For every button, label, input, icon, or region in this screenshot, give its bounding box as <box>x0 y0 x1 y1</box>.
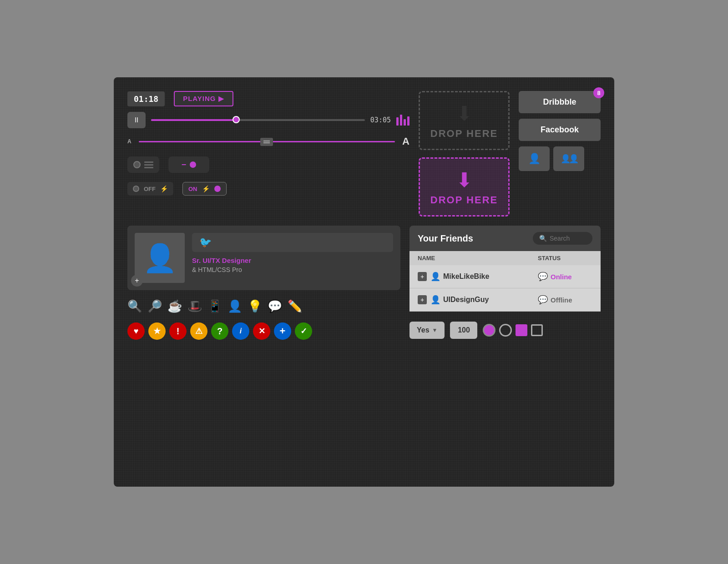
radio-outline[interactable] <box>499 324 512 337</box>
total-time: 03:05 <box>370 116 391 124</box>
person-add-icon[interactable]: 👤 <box>228 299 242 313</box>
friend-row-1: + 👤 UIDesignGuy 💬 Offline <box>410 288 601 312</box>
volume-bars <box>396 115 410 126</box>
hat-icon[interactable]: 🎩 <box>187 299 202 313</box>
playing-button[interactable]: PLAYING ▶ <box>174 91 233 106</box>
main-panel: 01:18 PLAYING ▶ ⏸ 03:05 <box>114 77 614 487</box>
drop-section: ⬇ DROP HERE ⬇ DROP HERE <box>419 91 510 217</box>
toggle-on-label: ON <box>188 186 197 192</box>
col-status-header: STATUS <box>538 255 592 262</box>
profile-title: Sr. UI/TX Designer <box>192 257 393 264</box>
add-button[interactable]: + <box>131 275 143 287</box>
zoom-in-icon[interactable]: 🔍 <box>127 299 142 313</box>
font-small-label: A <box>127 138 131 145</box>
profile-subtitle: & HTML/CSS Pro <box>192 266 393 273</box>
pause-button[interactable]: ⏸ <box>127 112 146 128</box>
toggle-on[interactable]: ON ⚡ <box>182 182 227 196</box>
search-icon: 🔍 <box>539 235 547 242</box>
drop-arrow-1: ⬇ <box>456 102 473 125</box>
drop-zone-2[interactable]: ⬇ DROP HERE <box>419 157 510 217</box>
dribbble-badge: 8 <box>593 87 604 98</box>
search-input[interactable] <box>550 235 586 242</box>
user-double-button[interactable]: 👤👤 <box>553 146 584 171</box>
square-filled[interactable] <box>516 324 527 336</box>
progress-bar[interactable] <box>151 119 365 121</box>
drop-arrow-2: ⬇ <box>456 168 473 191</box>
radio-group <box>483 324 543 337</box>
dropdown-arrow: ▼ <box>432 327 438 333</box>
switch-2[interactable]: − <box>168 156 209 173</box>
drop-text-2: DROP HERE <box>430 194 498 206</box>
exclaim-badge[interactable]: ! <box>169 322 187 340</box>
info-badge[interactable]: i <box>232 322 249 340</box>
number-box: 100 <box>450 322 477 339</box>
facebook-button[interactable]: Facebook <box>519 119 601 141</box>
friends-panel: Your Friends 🔍 NAME STATUS + 👤 MikeLikeB… <box>410 226 601 343</box>
friend-status-0: 💬 Online <box>538 272 592 282</box>
friend-name-1: UIDesignGuy <box>443 296 538 304</box>
heart-badge[interactable]: ♥ <box>127 322 145 340</box>
yes-label: Yes <box>417 326 430 334</box>
friend-plus-0[interactable]: + <box>418 272 427 281</box>
bottom-controls: Yes ▼ 100 <box>410 317 601 343</box>
friends-title: Your Friends <box>418 233 473 244</box>
yes-button[interactable]: Yes ▼ <box>410 322 445 339</box>
friends-header: Your Friends 🔍 <box>410 226 601 251</box>
friend-avatar-1: 👤 <box>430 295 440 305</box>
dribbble-label: Dribbble <box>543 97 576 106</box>
left-bottom: 👤 + 🐦 Sr. UI/TX Designer & HTML/CSS Pro … <box>127 226 400 343</box>
font-slider[interactable] <box>139 141 395 142</box>
twitter-icon: 🐦 <box>199 237 212 248</box>
dribbble-button[interactable]: Dribbble 8 <box>519 91 601 113</box>
toggle-off-label: OFF <box>144 186 156 192</box>
friend-name-0: MikeLikeBike <box>443 272 538 281</box>
current-time: 01:18 <box>127 91 165 106</box>
friend-avatar-0: 👤 <box>430 272 440 282</box>
avatar-box: 👤 + <box>135 233 185 283</box>
check-badge[interactable]: ✓ <box>295 322 312 340</box>
twitter-button[interactable]: 🐦 <box>192 233 393 252</box>
square-outline[interactable] <box>531 324 543 336</box>
col-name-header: NAME <box>418 255 538 262</box>
icons-row: 🔍 🔎 ☕ 🎩 📱 👤 💡 💬 ✏️ <box>127 299 400 313</box>
friends-table-header: NAME STATUS <box>410 251 601 265</box>
star-badge[interactable]: ★ <box>148 322 166 340</box>
toggle-lightning-on: ⚡ <box>202 185 210 192</box>
warning-badge[interactable]: ⚠ <box>190 322 207 340</box>
badges-row: ♥ ★ ! ⚠ ? i ✕ + ✓ <box>127 322 400 340</box>
question-badge[interactable]: ? <box>211 322 228 340</box>
switch-circle-1 <box>133 161 141 168</box>
chat-icon[interactable]: 💬 <box>268 299 282 313</box>
zoom-out-icon[interactable]: 🔎 <box>147 299 162 313</box>
social-section: Dribbble 8 Facebook 👤 👤👤 <box>519 91 601 217</box>
avatar-icon: 👤 <box>143 242 177 274</box>
user-single-icon: 👤 <box>528 153 541 165</box>
status-offline-icon: 💬 <box>538 295 548 305</box>
friend-status-1: 💬 Offline <box>538 295 592 305</box>
user-double-icon: 👤👤 <box>561 154 577 164</box>
switch-1[interactable] <box>127 156 159 173</box>
toggle-dot-off <box>133 186 139 192</box>
pencil-icon[interactable]: ✏️ <box>288 299 302 313</box>
toggle-lightning-off: ⚡ <box>160 185 168 192</box>
search-box[interactable]: 🔍 <box>533 232 592 245</box>
lightbulb-icon[interactable]: 💡 <box>248 299 262 313</box>
profile-card: 👤 + 🐦 Sr. UI/TX Designer & HTML/CSS Pro <box>127 226 400 290</box>
profile-info: 🐦 Sr. UI/TX Designer & HTML/CSS Pro <box>192 233 393 283</box>
drop-zone-1[interactable]: ⬇ DROP HERE <box>419 91 510 150</box>
minus-icon: − <box>182 160 187 170</box>
cross-badge[interactable]: ✕ <box>253 322 270 340</box>
font-large-label: A <box>402 136 410 147</box>
status-online-icon: 💬 <box>538 272 548 282</box>
radio-filled[interactable] <box>483 324 495 337</box>
toggle-off[interactable]: OFF ⚡ <box>127 182 173 196</box>
phone-icon[interactable]: 📱 <box>207 299 222 313</box>
toggle-dot-on <box>214 186 221 192</box>
cup-icon[interactable]: ☕ <box>167 299 182 313</box>
plus-badge[interactable]: + <box>274 322 291 340</box>
friend-row-0: + 👤 MikeLikeBike 💬 Online <box>410 265 601 288</box>
friend-plus-1[interactable]: + <box>418 295 427 304</box>
user-buttons: 👤 👤👤 <box>519 146 601 171</box>
player-section: 01:18 PLAYING ▶ ⏸ 03:05 <box>127 91 410 217</box>
user-single-button[interactable]: 👤 <box>519 146 550 171</box>
